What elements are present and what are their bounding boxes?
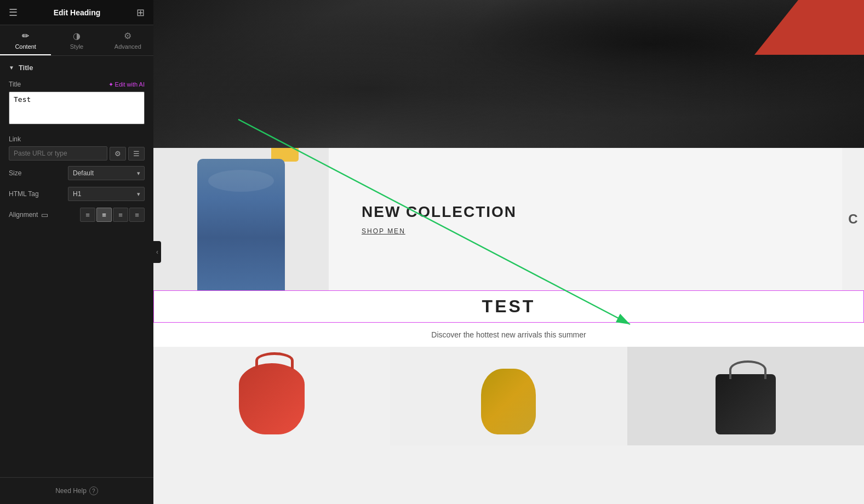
alignment-buttons: ≡ ≡ ≡ ≡ bbox=[80, 208, 145, 222]
section-title: Title bbox=[19, 64, 33, 72]
tab-content[interactable]: ✏ Content bbox=[0, 25, 51, 55]
link-input-wrap: ⚙ ☰ bbox=[9, 146, 145, 161]
size-row: Size Default Small Medium Large XL XXL bbox=[0, 163, 153, 184]
product-card-2 bbox=[390, 347, 627, 445]
title-textarea-wrap: Test bbox=[0, 91, 153, 132]
link-label: Link bbox=[9, 135, 145, 143]
hero-background bbox=[153, 0, 864, 148]
html-tag-select-wrap: H1 H2 H3 H4 H5 H6 div span p bbox=[68, 187, 145, 201]
link-input[interactable] bbox=[9, 146, 107, 161]
need-help-link[interactable]: Need Help ? bbox=[55, 486, 98, 495]
tab-content-label: Content bbox=[15, 43, 36, 50]
canvas-scroll[interactable]: NEW COLLECTION SHOP MEN C TEST Discover … bbox=[153, 0, 864, 504]
help-circle-icon: ? bbox=[89, 486, 98, 495]
content-tab-icon: ✏ bbox=[22, 31, 29, 41]
alignment-icon: ▭ bbox=[41, 210, 48, 219]
tab-advanced[interactable]: ⚙ Advanced bbox=[102, 25, 153, 55]
tab-style-label: Style bbox=[70, 43, 83, 50]
title-field-label: Title bbox=[9, 81, 21, 88]
align-justify-button[interactable]: ≡ bbox=[129, 208, 145, 222]
hero-section bbox=[153, 0, 864, 148]
title-field-row: Title ✦ Edit with AI bbox=[0, 77, 153, 91]
panel-footer: Need Help ? bbox=[0, 477, 153, 504]
title-section-header[interactable]: ▼ Title bbox=[0, 56, 153, 77]
collection-section: NEW COLLECTION SHOP MEN C bbox=[153, 148, 864, 290]
test-section: TEST Discover the hottest new arrivals t… bbox=[153, 290, 864, 347]
collection-jeans-image bbox=[153, 148, 329, 290]
bag-red-icon bbox=[239, 363, 305, 434]
alignment-row: Alignment ▭ ≡ ≡ ≡ ≡ bbox=[0, 204, 153, 225]
bag-gold-icon bbox=[481, 369, 536, 434]
size-select[interactable]: Default Small Medium Large XL XXL bbox=[68, 166, 145, 180]
panel-tabs: ✏ Content ◑ Style ⚙ Advanced bbox=[0, 25, 153, 56]
left-panel: ☰ Edit Heading ⊞ ✏ Content ◑ Style ⚙ Adv… bbox=[0, 0, 153, 504]
panel-content: ▼ Title Title ✦ Edit with AI Test Link ⚙… bbox=[0, 56, 153, 477]
size-label: Size bbox=[9, 169, 47, 177]
collapse-panel-button[interactable]: ‹ bbox=[153, 241, 161, 263]
need-help-text: Need Help bbox=[55, 487, 87, 495]
shop-men-link[interactable]: SHOP MEN bbox=[362, 227, 405, 235]
html-tag-row: HTML Tag H1 H2 H3 H4 H5 H6 div span p bbox=[0, 184, 153, 204]
align-left-button[interactable]: ≡ bbox=[80, 208, 95, 222]
alignment-label: Alignment ▭ bbox=[9, 210, 48, 219]
align-right-button[interactable]: ≡ bbox=[113, 208, 128, 222]
product-card-3 bbox=[627, 347, 864, 445]
grid-icon[interactable]: ⊞ bbox=[136, 7, 145, 19]
panel-header: ☰ Edit Heading ⊞ bbox=[0, 0, 153, 25]
test-heading-wrap: TEST bbox=[153, 290, 864, 323]
link-settings-button[interactable]: ⚙ bbox=[110, 147, 126, 161]
style-tab-icon: ◑ bbox=[73, 31, 81, 41]
edit-with-ai-button[interactable]: ✦ Edit with AI bbox=[108, 81, 145, 88]
html-tag-label: HTML Tag bbox=[9, 190, 47, 198]
right-partial-text: C bbox=[842, 148, 864, 290]
title-textarea[interactable]: Test bbox=[9, 91, 145, 124]
tab-style[interactable]: ◑ Style bbox=[51, 25, 102, 55]
hamburger-icon[interactable]: ☰ bbox=[9, 7, 18, 19]
html-tag-select[interactable]: H1 H2 H3 H4 H5 H6 div span p bbox=[68, 187, 145, 201]
align-center-button[interactable]: ≡ bbox=[96, 208, 112, 222]
panel-title: Edit Heading bbox=[54, 8, 101, 17]
test-heading: TEST bbox=[165, 296, 852, 317]
jeans-silhouette bbox=[197, 159, 285, 290]
new-collection-title: NEW COLLECTION bbox=[362, 203, 517, 221]
tab-advanced-label: Advanced bbox=[115, 43, 141, 50]
hero-red-shape bbox=[754, 0, 864, 55]
bag-black-icon bbox=[716, 374, 776, 434]
product-card-1 bbox=[153, 347, 390, 445]
canvas-area: NEW COLLECTION SHOP MEN C TEST Discover … bbox=[153, 0, 864, 504]
link-list-button[interactable]: ☰ bbox=[128, 147, 145, 161]
subtitle-text: Discover the hottest new arrivals this s… bbox=[153, 323, 864, 347]
products-row bbox=[153, 347, 864, 445]
advanced-tab-icon: ⚙ bbox=[124, 31, 131, 41]
link-row: Link ⚙ ☰ bbox=[0, 132, 153, 163]
collection-info: NEW COLLECTION SHOP MEN bbox=[329, 148, 842, 290]
size-select-wrap: Default Small Medium Large XL XXL bbox=[68, 166, 145, 180]
chevron-icon: ▼ bbox=[9, 65, 14, 71]
